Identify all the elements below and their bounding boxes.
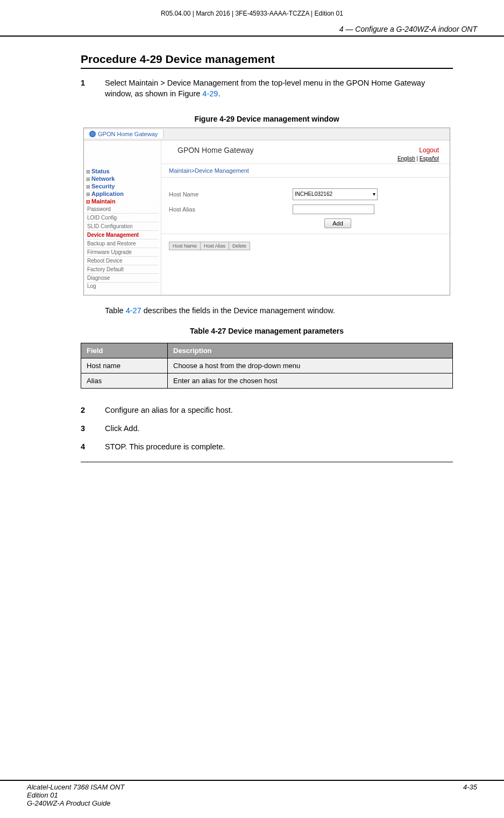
sidebar-sub-password[interactable]: Password — [86, 205, 159, 214]
minus-icon: ⊟ — [86, 199, 90, 204]
page-number: 4-35 — [463, 783, 477, 807]
plus-icon: ⊞ — [86, 192, 90, 197]
sidebar-sub-slid[interactable]: SLID Configuration — [86, 222, 159, 231]
lang-spanish[interactable]: Español — [420, 156, 439, 161]
footer-line2: Edition 01 — [27, 791, 124, 799]
step-number: 2 — [81, 405, 105, 415]
step-text: Configure an alias for a specific host. — [105, 405, 453, 415]
lang-english[interactable]: English — [397, 156, 415, 161]
doc-header: R05.04.00 | March 2016 | 3FE-45933-AAAA-… — [0, 0, 504, 22]
sidebar-sub-backup[interactable]: Backup and Restore — [86, 239, 159, 248]
figure-caption: Figure 4-29 Device management window — [81, 115, 453, 123]
page-footer: Alcatel-Lucent 7368 ISAM ONT Edition 01 … — [0, 780, 504, 818]
col-delete: Delete — [229, 242, 250, 250]
figure-link[interactable]: 4-29 — [202, 89, 218, 98]
sidebar-item-application[interactable]: ⊞Application — [86, 190, 159, 198]
sidebar-item-network[interactable]: ⊞Network — [86, 175, 159, 182]
sidebar-sub-factory[interactable]: Factory Default — [86, 265, 159, 274]
hostname-select[interactable]: INCHEL032162 ▾ — [293, 188, 378, 200]
sidebar-sub-loid[interactable]: LOID Config — [86, 214, 159, 222]
step-number: 1 — [81, 77, 105, 100]
hostalias-input[interactable] — [293, 204, 374, 214]
browser-icon — [89, 131, 96, 137]
plus-icon: ⊞ — [86, 177, 90, 182]
sidebar-sub-device-management[interactable]: Device Management — [86, 231, 159, 239]
step-number: 4 — [81, 441, 105, 452]
hostname-label: Host Name — [169, 191, 293, 198]
th-description: Description — [168, 343, 453, 358]
sidebar-item-status[interactable]: ⊞Status — [86, 167, 159, 175]
step-text: STOP. This procedure is complete. — [105, 441, 453, 452]
sidebar: ⊞Status ⊞Network ⊞Security ⊞Application … — [84, 140, 161, 295]
col-hostalias: Host Alias — [201, 242, 229, 250]
step-text: Click Add. — [105, 423, 453, 434]
sidebar-item-security[interactable]: ⊞Security — [86, 182, 159, 190]
parameters-table: Field Description Host name Choose a hos… — [81, 343, 453, 389]
language-selector: English | Español — [161, 156, 450, 164]
table-intro-text: Table 4-27 describes the fields in the D… — [105, 306, 453, 315]
step-number: 3 — [81, 423, 105, 434]
table-row: Alias Enter an alias for the chosen host — [81, 373, 453, 388]
footer-line1: Alcatel-Lucent 7368 ISAM ONT — [27, 783, 124, 791]
step-text: Select Maintain > Device Management from… — [105, 77, 453, 100]
sidebar-item-maintain[interactable]: ⊟Maintain — [86, 198, 159, 205]
end-rule — [81, 462, 453, 462]
browser-tab[interactable]: GPON Home Gateway — [84, 130, 164, 138]
sidebar-sub-firmware[interactable]: Firmware Upgrade — [86, 248, 159, 257]
plus-icon: ⊞ — [86, 184, 90, 189]
table-link[interactable]: 4-27 — [126, 306, 141, 315]
chapter-title: 4 — Configure a G-240WZ-A indoor ONT — [0, 22, 504, 37]
sidebar-sub-reboot[interactable]: Reboot Device — [86, 257, 159, 265]
hostalias-label: Host Alias — [169, 206, 293, 213]
th-field: Field — [81, 343, 168, 358]
procedure-heading: Procedure 4-29 Device management — [81, 53, 453, 69]
table-row: Host name Choose a host from the drop-do… — [81, 358, 453, 373]
col-hostname: Host Name — [169, 242, 201, 250]
logout-link[interactable]: Logout — [419, 146, 439, 154]
alias-table: Host Name Host Alias Delete — [169, 242, 250, 250]
breadcrumb: Maintain>Device Management — [161, 164, 450, 178]
plus-icon: ⊞ — [86, 169, 90, 174]
add-button[interactable]: Add — [324, 218, 351, 228]
screenshot-figure: GPON Home Gateway ⊞Status ⊞Network ⊞Secu… — [83, 128, 450, 295]
sidebar-sub-diagnose[interactable]: Diagnose — [86, 274, 159, 283]
app-title: GPON Home Gateway — [178, 146, 254, 154]
chevron-down-icon: ▾ — [373, 191, 375, 197]
sidebar-sub-log[interactable]: Log — [86, 283, 159, 290]
table-caption: Table 4-27 Device management parameters — [81, 327, 453, 335]
footer-line3: G-240WZ-A Product Guide — [27, 799, 124, 807]
